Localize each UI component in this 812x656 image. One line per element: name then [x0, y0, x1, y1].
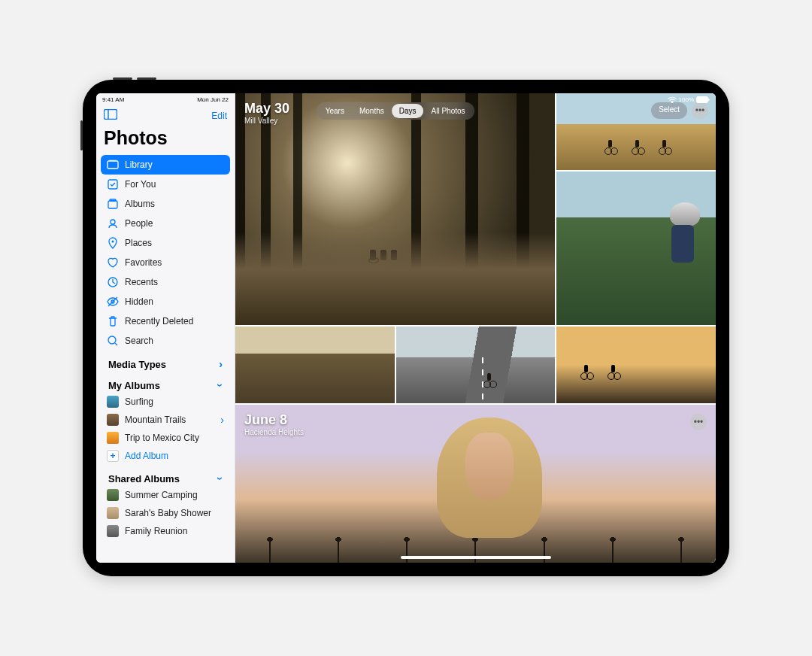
section-shared-albums[interactable]: Shared Albums › [101, 465, 230, 486]
photo-tile-hero[interactable]: May 30 Mill Valley Years Months Days All… [235, 93, 555, 325]
people-icon [107, 217, 119, 229]
segment-years[interactable]: Years [318, 104, 352, 118]
chevron-down-icon: › [215, 477, 227, 481]
group-date: June 8 [244, 412, 304, 428]
plus-icon: + [107, 450, 119, 462]
album-label: Trip to Mexico City [125, 433, 199, 443]
select-button[interactable]: Select [651, 102, 687, 119]
photo-tile[interactable] [556, 326, 716, 403]
sidebar-label: Recents [125, 277, 158, 287]
sidebar-label: For You [125, 179, 156, 190]
library-icon [107, 159, 119, 171]
volume-down-button [137, 77, 156, 80]
album-thumb [107, 507, 119, 519]
album-label: Mountain Trails [125, 415, 214, 425]
screen: 9:41 AM Mon Jun 22 Edit Photos Library F… [96, 93, 716, 563]
sidebar-item-hidden[interactable]: Hidden [101, 292, 230, 311]
shared-family-reunion[interactable]: Family Reunion [101, 522, 230, 540]
section-label: Shared Albums [108, 473, 180, 484]
main-content: 100% May 30 Mill Valley Years Months Da [235, 93, 716, 563]
sidebar-label: Hidden [125, 296, 153, 307]
status-bar-left: 9:41 AM Mon Jun 22 [96, 93, 235, 103]
photo-tile[interactable]: Select ••• [556, 93, 716, 170]
sidebar-item-deleted[interactable]: Recently Deleted [101, 311, 230, 331]
date-header: June 8 Hacienda Heights [244, 412, 304, 436]
sidebar-item-places[interactable]: Places [101, 233, 230, 253]
add-album-button[interactable]: + Add Album [101, 447, 230, 465]
svg-rect-14 [697, 97, 708, 103]
photo-content [370, 250, 397, 260]
status-date: Mon Jun 22 [197, 96, 229, 103]
sidebar-item-search[interactable]: Search [101, 331, 230, 351]
svg-rect-5 [108, 201, 117, 208]
photo-content [612, 202, 707, 317]
sidebar-label: Search [125, 336, 153, 346]
sidebar-label: Recently Deleted [125, 316, 193, 326]
album-thumb [107, 432, 119, 444]
album-label: Summer Camping [125, 490, 198, 500]
ipad-device-frame: 9:41 AM Mon Jun 22 Edit Photos Library F… [83, 80, 729, 576]
segment-months[interactable]: Months [352, 104, 392, 118]
svg-line-13 [115, 343, 117, 345]
svg-rect-2 [108, 161, 118, 169]
ellipsis-icon: ••• [694, 417, 704, 427]
shared-summer-camping[interactable]: Summer Camping [101, 486, 230, 504]
chevron-right-icon: › [219, 358, 223, 370]
add-album-label: Add Album [125, 451, 168, 461]
shared-baby-shower[interactable]: Sarah's Baby Shower [101, 504, 230, 522]
albums-icon [107, 198, 119, 210]
sidebar-item-foryou[interactable]: For You [101, 175, 230, 194]
section-my-albums[interactable]: My Albums › [101, 372, 230, 393]
search-icon [107, 335, 119, 347]
foryou-icon [107, 178, 119, 190]
more-button[interactable]: ••• [690, 414, 707, 430]
album-thumb [107, 525, 119, 537]
section-media-types[interactable]: Media Types › [101, 351, 230, 372]
app-title: Photos [96, 126, 235, 155]
sidebar-item-albums[interactable]: Albums [101, 194, 230, 214]
places-icon [107, 237, 119, 249]
wifi-icon [668, 96, 677, 103]
svg-point-8 [112, 241, 114, 243]
photo-tile[interactable] [556, 172, 716, 325]
section-label: My Albums [108, 380, 160, 391]
sidebar-item-recents[interactable]: Recents [101, 272, 230, 292]
album-trip-mexico[interactable]: Trip to Mexico City [101, 429, 230, 447]
status-time: 9:41 AM [102, 96, 124, 103]
album-label: Family Reunion [125, 526, 187, 536]
photo-tile[interactable] [396, 326, 556, 403]
svg-rect-4 [108, 180, 117, 189]
power-button [80, 120, 83, 150]
svg-point-7 [111, 220, 115, 224]
clock-icon [107, 276, 119, 288]
battery-icon [696, 96, 710, 103]
date-header: May 30 Mill Valley [244, 101, 289, 125]
home-indicator[interactable] [401, 556, 551, 559]
photo-tile[interactable] [235, 326, 395, 403]
sidebar-label: Albums [125, 199, 155, 209]
photo-content [483, 378, 497, 388]
sidebar-toggle-icon[interactable] [104, 109, 117, 123]
album-thumb [107, 414, 119, 426]
sidebar-item-people[interactable]: People [101, 214, 230, 233]
photo-tile-hero[interactable]: June 8 Hacienda Heights ••• [235, 405, 716, 563]
sidebar-item-library[interactable]: Library [101, 155, 230, 175]
photo-grid: May 30 Mill Valley Years Months Days All… [235, 93, 716, 563]
album-surfing[interactable]: Surfing [101, 393, 230, 411]
sidebar: 9:41 AM Mon Jun 22 Edit Photos Library F… [96, 93, 235, 563]
segment-all-photos[interactable]: All Photos [424, 104, 473, 118]
photo-content [580, 369, 621, 380]
svg-rect-15 [708, 99, 710, 101]
album-mountain-trails[interactable]: Mountain Trails › [101, 411, 230, 429]
sidebar-item-favorites[interactable]: Favorites [101, 253, 230, 272]
more-button[interactable]: ••• [692, 102, 708, 119]
edit-button[interactable]: Edit [211, 111, 227, 121]
segment-days[interactable]: Days [392, 104, 424, 118]
eye-slash-icon [107, 296, 119, 308]
album-label: Sarah's Baby Shower [125, 508, 211, 518]
photo-content [604, 144, 672, 155]
group-location: Mill Valley [244, 117, 289, 125]
chevron-right-icon: › [220, 414, 224, 426]
volume-up-button [113, 77, 132, 80]
ellipsis-icon: ••• [695, 105, 705, 116]
